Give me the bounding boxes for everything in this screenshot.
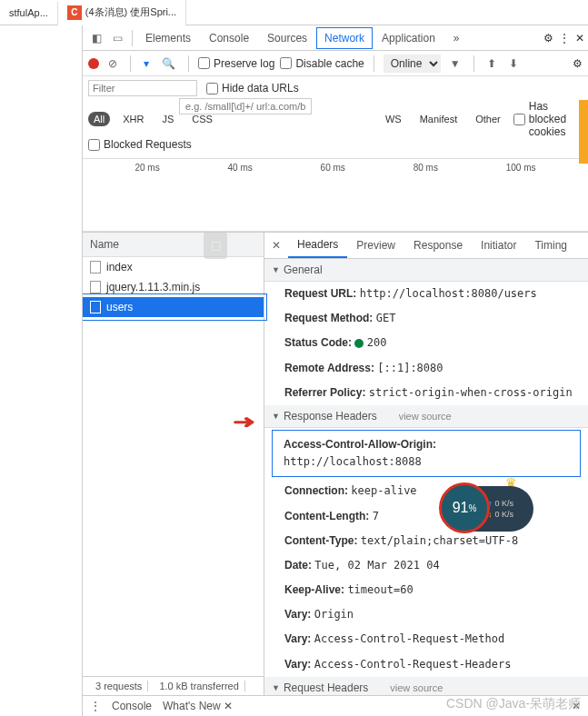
timeline-tick: 100 ms xyxy=(506,163,536,173)
filter-js[interactable]: JS xyxy=(156,112,179,126)
drawer-tab-whatsnew[interactable]: What's New ✕ xyxy=(163,700,233,712)
vip-overlay: ♛ 91% ↑0 K/s ↓0 K/s xyxy=(443,486,533,541)
close-icon[interactable]: ✕ xyxy=(575,32,584,45)
request-detail: ✕ Headers Preview Response Initiator Tim… xyxy=(264,233,588,695)
upload-speed: 0 K/s xyxy=(495,499,514,508)
kv-vary-2: Vary: Access-Control-Request-Method xyxy=(264,627,588,651)
request-count: 3 requests xyxy=(90,681,148,691)
filter-manifest[interactable]: Manifest xyxy=(414,112,463,126)
hide-data-urls-checkbox[interactable]: Hide data URLs xyxy=(206,82,299,94)
tab-application[interactable]: Application xyxy=(373,26,444,50)
column-name[interactable]: Name xyxy=(83,233,264,257)
filter-icon[interactable]: ▾ xyxy=(140,55,153,72)
browser-tab-1[interactable]: stfulAp... xyxy=(0,2,58,24)
detail-tab-bar: ✕ Headers Preview Response Initiator Tim… xyxy=(264,233,588,259)
tab-label: (4条消息) 使用Spri... xyxy=(85,5,176,19)
clear-icon[interactable]: ⊘ xyxy=(105,55,121,72)
filter-tooltip: e.g. /small[\d]+/ url:a.com/b xyxy=(179,98,312,114)
inspect-icon[interactable]: ◧ xyxy=(86,28,107,48)
filter-other[interactable]: Other xyxy=(470,112,506,126)
download-speed: 0 K/s xyxy=(495,510,514,519)
kv-content-type: Content-Type: text/plain;charset=UTF-8 xyxy=(264,529,588,553)
tab-initiator[interactable]: Initiator xyxy=(472,234,525,257)
tab-elements[interactable]: Elements xyxy=(136,26,200,50)
kv-referrer-policy: Referrer Policy: strict-origin-when-cros… xyxy=(264,381,588,405)
close-icon[interactable]: ✕ xyxy=(264,234,288,257)
timeline-tick: 60 ms xyxy=(321,163,345,173)
tab-preview[interactable]: Preview xyxy=(347,234,404,257)
file-icon xyxy=(90,301,101,313)
vip-percent-circle: 91% xyxy=(439,482,490,533)
section-request-headers[interactable]: ▼Request Headersview source xyxy=(264,677,588,695)
throttling-select[interactable]: Online xyxy=(384,55,441,73)
gear-icon[interactable]: ⚙ xyxy=(543,32,553,45)
browser-tab-2[interactable]: C (4条消息) 使用Spri... xyxy=(58,0,186,25)
view-source-link[interactable]: view source xyxy=(390,682,443,693)
section-response-headers[interactable]: ▼Response Headersview source xyxy=(264,405,588,428)
browser-tab-strip: stfulAp... C (4条消息) 使用Spri... xyxy=(0,0,588,25)
drawer-tab-console[interactable]: Console xyxy=(112,700,152,712)
usb-icon: ⬚ xyxy=(204,232,227,259)
request-list: Name index jquery.1.11.3.min.js users 3 … xyxy=(83,233,264,695)
csdn-icon: C xyxy=(67,5,82,20)
preserve-log-checkbox[interactable]: Preserve log xyxy=(198,57,274,70)
kv-content-length: Content-Length: 7 xyxy=(264,504,588,529)
devtools-panel: ◧ ▭ Elements Console Sources Network App… xyxy=(82,25,588,716)
tab-timing[interactable]: Timing xyxy=(525,234,576,257)
blocked-cookies-checkbox[interactable]: Has blocked cookies xyxy=(513,100,583,138)
filter-all[interactable]: All xyxy=(88,112,110,126)
tab-response[interactable]: Response xyxy=(404,234,472,257)
search-icon[interactable]: 🔍 xyxy=(158,55,179,72)
chevron-down-icon: ▼ xyxy=(272,683,280,692)
annotation-arrow-icon: ➜ xyxy=(233,411,256,433)
tab-more[interactable]: » xyxy=(444,26,469,50)
gear-icon[interactable]: ⚙ xyxy=(573,57,583,70)
request-row-index[interactable]: index xyxy=(83,257,264,277)
upload-icon[interactable]: ⬆ xyxy=(483,55,500,72)
request-row-users[interactable]: users xyxy=(83,297,264,317)
scrollbar-indicator xyxy=(579,100,588,164)
blocked-requests-checkbox[interactable]: Blocked Requests xyxy=(88,138,192,151)
kv-request-method: Request Method: GET xyxy=(264,306,588,331)
transfer-size: 1.0 kB transferred xyxy=(154,681,244,691)
kv-connection: Connection: keep-alive xyxy=(264,479,588,503)
filter-ws[interactable]: WS xyxy=(380,112,407,126)
tab-label: stfulAp... xyxy=(9,7,48,18)
filter-xhr[interactable]: XHR xyxy=(117,112,149,126)
view-source-link[interactable]: view source xyxy=(399,411,452,422)
chevron-down-icon[interactable]: ▼ xyxy=(446,55,464,72)
network-filter-bar: Hide data URLs All XHR JS CSS e.g. /smal… xyxy=(83,76,588,159)
kv-remote-address: Remote Address: [::1]:8080 xyxy=(264,356,588,381)
tab-network[interactable]: Network xyxy=(316,27,373,49)
disable-cache-checkbox[interactable]: Disable cache xyxy=(280,57,364,70)
tab-console[interactable]: Console xyxy=(200,26,258,50)
record-icon[interactable] xyxy=(88,58,99,69)
kv-request-url: Request URL: http://localhost:8080/users xyxy=(264,282,588,306)
separator xyxy=(132,30,133,46)
kv-date: Date: Tue, 02 Mar 2021 04 xyxy=(264,553,588,578)
request-row-jquery[interactable]: jquery.1.11.3.min.js xyxy=(83,277,264,297)
kv-vary-3: Vary: Access-Control-Request-Headers xyxy=(264,652,588,677)
network-timeline[interactable]: 20 ms 40 ms 60 ms 80 ms 100 ms xyxy=(83,159,588,232)
network-status-bar: 3 requests 1.0 kB transferred xyxy=(83,676,264,695)
status-dot-icon xyxy=(354,339,364,348)
network-split: Name index jquery.1.11.3.min.js users 3 … xyxy=(83,232,588,695)
network-toolbar: ⊘ ▾ 🔍 Preserve log Disable cache Online … xyxy=(83,51,588,76)
download-icon[interactable]: ⬇ xyxy=(505,55,522,72)
kv-vary-1: Vary: Origin xyxy=(264,602,588,627)
file-icon xyxy=(90,281,101,293)
kebab-icon[interactable]: ⋮ xyxy=(559,32,570,45)
timeline-tick: 80 ms xyxy=(414,163,438,173)
filter-input[interactable] xyxy=(88,80,197,96)
separator xyxy=(374,55,374,72)
devtools-tab-bar: ◧ ▭ Elements Console Sources Network App… xyxy=(83,25,588,51)
kebab-icon[interactable]: ⋮ xyxy=(90,700,101,712)
highlight-cors-header: Access-Control-Allow-Origin: http://loca… xyxy=(272,430,581,477)
kv-keep-alive: Keep-Alive: timeout=60 xyxy=(264,578,588,602)
timeline-tick: 20 ms xyxy=(135,163,159,173)
tab-sources[interactable]: Sources xyxy=(258,26,316,50)
kv-access-control-allow-origin: Access-Control-Allow-Origin: http://loca… xyxy=(282,433,571,474)
device-icon[interactable]: ▭ xyxy=(107,28,128,48)
tab-headers[interactable]: Headers xyxy=(288,233,347,258)
section-general[interactable]: ▼General xyxy=(264,259,588,282)
